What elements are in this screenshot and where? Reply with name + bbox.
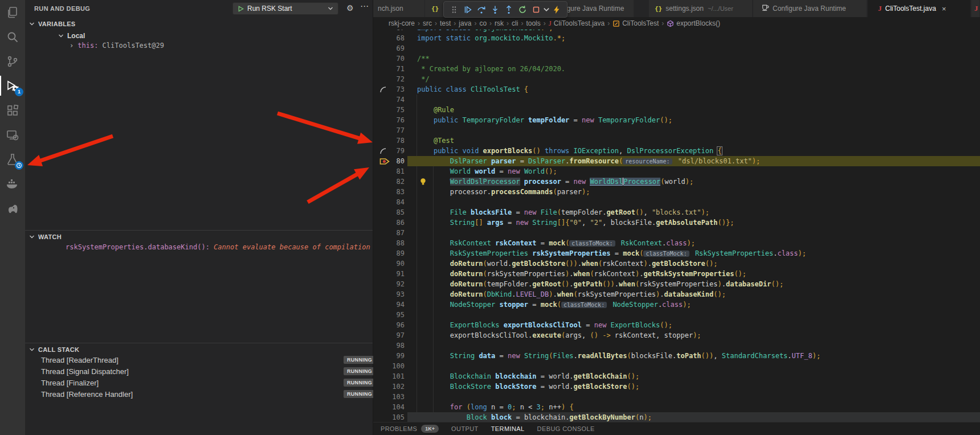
- code-text[interactable]: /**: [407, 54, 980, 64]
- code-text[interactable]: File blocksFile = new File(tempFolder.ge…: [407, 207, 980, 217]
- code-text[interactable]: public class CliToolsTest {: [407, 84, 980, 95]
- code-text[interactable]: doReturn(DbKind.LEVEL_DB).when(rskSystem…: [407, 289, 980, 299]
- code-text[interactable]: * Created by ajlopez on 26/04/2020.: [407, 64, 980, 74]
- code-text[interactable]: public TemporaryFolder tempFolder = new …: [407, 115, 980, 125]
- run-play-icon[interactable]: [238, 6, 244, 12]
- code-text[interactable]: WorldDslProcessor processor = new WorldD…: [407, 177, 980, 187]
- gutter-glyph[interactable]: [373, 136, 392, 146]
- line-number[interactable]: 92: [392, 279, 407, 289]
- code-text[interactable]: doReturn(tempFolder.getRoot().getPath())…: [407, 279, 980, 289]
- gutter-glyph[interactable]: [373, 412, 392, 422]
- line-number[interactable]: 83: [392, 187, 407, 197]
- code-text[interactable]: import static org.mockito.Mockito.*;: [407, 33, 980, 43]
- line-number[interactable]: 88: [392, 238, 407, 248]
- panel-tab-debug-console[interactable]: DEBUG CONSOLE: [537, 425, 595, 432]
- line-number[interactable]: 84: [392, 197, 407, 207]
- activity-item-extensions[interactable]: [0, 98, 25, 122]
- line-number[interactable]: 96: [392, 320, 407, 330]
- activity-item-docker[interactable]: [0, 171, 25, 196]
- gutter-glyph[interactable]: [373, 115, 392, 125]
- line-number[interactable]: 72: [392, 74, 407, 84]
- line-number[interactable]: 77: [392, 125, 407, 136]
- gutter-glyph[interactable]: [373, 177, 392, 187]
- fold-icon[interactable]: [373, 146, 392, 156]
- gutter-glyph[interactable]: [373, 310, 392, 320]
- line-number[interactable]: 90: [392, 258, 407, 269]
- gutter-glyph[interactable]: [373, 105, 392, 115]
- line-number[interactable]: 105: [392, 412, 407, 422]
- call-stack-section-header[interactable]: CALL STACK: [25, 344, 373, 355]
- activity-item-testing[interactable]: [0, 147, 25, 171]
- code-text[interactable]: processor.processCommands(parser);: [407, 187, 980, 197]
- debug-step-into-button[interactable]: [488, 3, 502, 17]
- breadcrumb-item[interactable]: test: [440, 19, 451, 27]
- close-icon[interactable]: ×: [942, 5, 946, 13]
- line-number[interactable]: 75: [392, 105, 407, 115]
- panel-tab-terminal[interactable]: TERMINAL: [491, 425, 525, 432]
- gutter-glyph[interactable]: [373, 351, 392, 361]
- line-number[interactable]: 100: [392, 361, 407, 371]
- gutter-glyph[interactable]: [373, 43, 392, 54]
- breadcrumb-item[interactable]: rskj-core: [389, 19, 415, 27]
- call-stack-thread[interactable]: Thread [Signal Dispatcher]RUNNING: [25, 366, 373, 377]
- code-text[interactable]: DslParser parser = DslParser.fromResourc…: [407, 156, 980, 166]
- code-text[interactable]: [407, 310, 980, 320]
- gutter-glyph[interactable]: [373, 187, 392, 197]
- gutter-glyph[interactable]: [373, 279, 392, 289]
- debug-step-over-button[interactable]: [475, 3, 488, 17]
- gutter-glyph[interactable]: [373, 320, 392, 330]
- gutter-glyph[interactable]: [373, 340, 392, 351]
- line-number[interactable]: 98: [392, 340, 407, 351]
- gutter-glyph[interactable]: [373, 330, 392, 340]
- code-text[interactable]: [407, 392, 980, 402]
- breadcrumb-item[interactable]: tools: [526, 19, 540, 27]
- breadcrumb-item[interactable]: exportBlocks(): [667, 19, 720, 27]
- variables-scope-local[interactable]: Local: [58, 31, 85, 41]
- debug-stop-chevron-button[interactable]: [543, 3, 550, 17]
- code-text[interactable]: [407, 197, 980, 207]
- watch-section-header[interactable]: WATCH: [25, 231, 373, 242]
- code-text[interactable]: RskSystemProperties rskSystemProperties …: [407, 248, 980, 258]
- line-number[interactable]: 93: [392, 289, 407, 299]
- gutter-glyph[interactable]: [373, 228, 392, 238]
- gutter-glyph[interactable]: [373, 95, 392, 105]
- line-number[interactable]: 91: [392, 269, 407, 279]
- line-number[interactable]: 78: [392, 136, 407, 146]
- gutter-glyph[interactable]: [373, 289, 392, 299]
- code-text[interactable]: BlockStore blockStore = world.getBlockSt…: [407, 381, 980, 392]
- gutter-glyph[interactable]: [373, 207, 392, 217]
- line-number[interactable]: 76: [392, 115, 407, 125]
- code-text[interactable]: public void exportBlocks() throws IOExce…: [407, 146, 980, 156]
- line-number[interactable]: 94: [392, 299, 407, 310]
- launch-config-dropdown[interactable]: Run RSK Start: [232, 2, 338, 15]
- line-number[interactable]: 103: [392, 392, 407, 402]
- breadcrumb-item[interactable]: co: [479, 19, 487, 27]
- gutter-glyph[interactable]: [373, 248, 392, 258]
- gutter-glyph[interactable]: [373, 371, 392, 381]
- variables-section-header[interactable]: VARIABLES: [25, 18, 373, 29]
- gutter-glyph[interactable]: [373, 402, 392, 412]
- code-text[interactable]: Block block = blockchain.getBlockByNumbe…: [407, 412, 980, 422]
- watch-expression[interactable]: rskSystemProperties.databaseKind(): Cann…: [66, 243, 395, 251]
- gutter-glyph[interactable]: [373, 299, 392, 310]
- line-number[interactable]: 99: [392, 351, 407, 361]
- breadcrumb-item[interactable]: java: [459, 19, 471, 27]
- code-text[interactable]: exportBlocksCliTool.execute(args, () -> …: [407, 330, 980, 340]
- gutter-glyph[interactable]: [373, 54, 392, 64]
- code-text[interactable]: [407, 43, 980, 54]
- tab-configure-java-runtime[interactable]: Configure Java Runtime: [753, 0, 867, 17]
- line-number[interactable]: 95: [392, 310, 407, 320]
- debug-step-out-button[interactable]: [502, 3, 516, 17]
- code-text[interactable]: NodeStopper stopper = mock(classToMock: …: [407, 299, 980, 310]
- tab-clitoolstest-java[interactable]: JCliToolsTest.java×: [868, 0, 971, 17]
- line-number[interactable]: 87: [392, 228, 407, 238]
- code-text[interactable]: [407, 228, 980, 238]
- activity-item-explorer[interactable]: [0, 0, 25, 24]
- code-text[interactable]: [407, 95, 980, 105]
- line-number[interactable]: 69: [392, 43, 407, 54]
- line-number[interactable]: 82: [392, 177, 407, 187]
- code-text[interactable]: @Rule: [407, 105, 980, 115]
- gutter-glyph[interactable]: [373, 125, 392, 136]
- gutter-glyph[interactable]: [373, 392, 392, 402]
- line-number[interactable]: 80: [392, 156, 407, 166]
